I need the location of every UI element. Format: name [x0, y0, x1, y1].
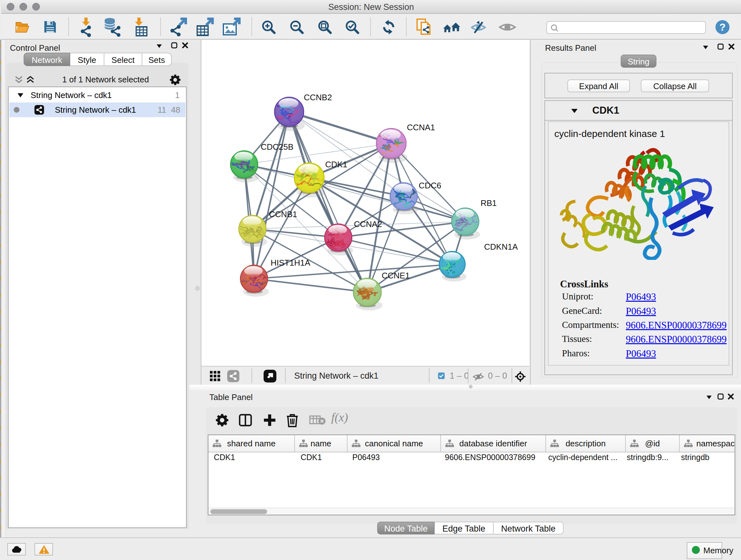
svg-text:?: ? [719, 21, 726, 33]
